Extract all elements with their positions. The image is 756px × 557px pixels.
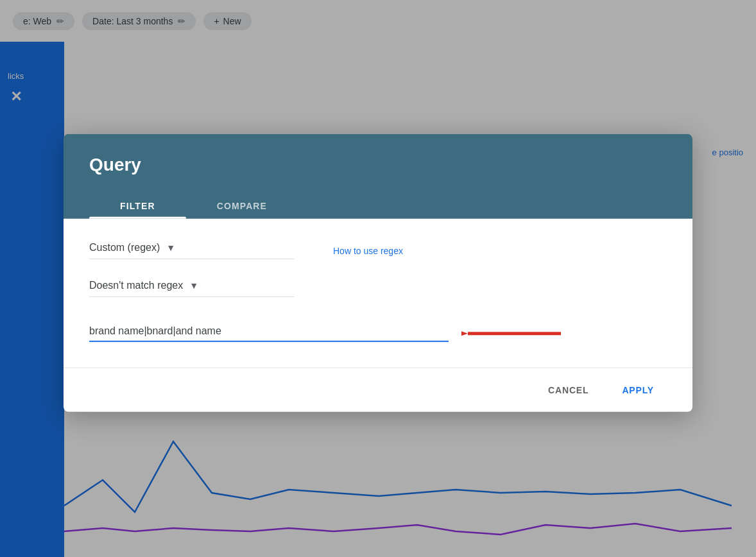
modal-tabs: FILTER COMPARE xyxy=(89,193,667,219)
how-to-use-regex-link[interactable]: How to use regex xyxy=(333,245,403,255)
tab-compare[interactable]: COMPARE xyxy=(186,193,298,219)
filter-type-dropdown[interactable]: Custom (regex) ▼ xyxy=(89,242,295,259)
modal-header: Query FILTER COMPARE xyxy=(64,134,692,219)
filter-input-row xyxy=(89,318,667,350)
red-arrow xyxy=(461,318,564,350)
tab-filter[interactable]: FILTER xyxy=(89,193,186,219)
modal-title: Query xyxy=(89,155,667,175)
filter-condition-arrow-icon: ▼ xyxy=(189,280,198,291)
filter-text-input[interactable] xyxy=(89,325,449,342)
filter-condition-label: Doesn't match regex xyxy=(89,280,183,291)
apply-button[interactable]: APPLY xyxy=(609,379,667,402)
filter-type-arrow-icon: ▼ xyxy=(166,243,175,253)
modal-body: Custom (regex) ▼ How to use regex Doesn'… xyxy=(64,219,692,368)
filter-condition-dropdown[interactable]: Doesn't match regex ▼ xyxy=(89,280,295,297)
filter-type-label: Custom (regex) xyxy=(89,242,160,253)
red-arrow-svg xyxy=(461,318,564,350)
query-modal: Query FILTER COMPARE Custom (regex) ▼ Ho… xyxy=(64,134,692,412)
cancel-button[interactable]: CANCEL xyxy=(535,379,601,402)
filter-type-row: Custom (regex) ▼ How to use regex xyxy=(89,242,667,259)
modal-footer: CANCEL APPLY xyxy=(64,368,692,412)
filter-condition-row: Doesn't match regex ▼ xyxy=(89,280,667,297)
